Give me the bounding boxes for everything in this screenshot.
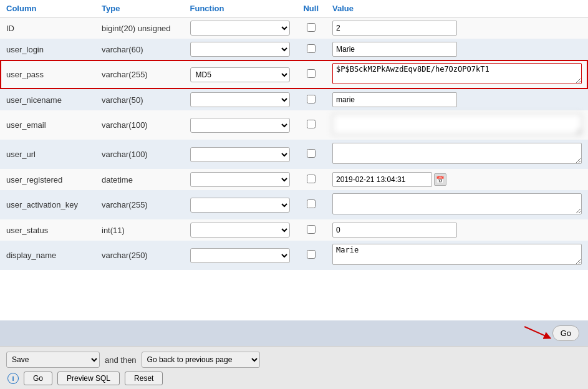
cell-function[interactable]: MD5AES_ENCRYPTAES_DECRYPTNOW()NULLCURREN… xyxy=(184,110,296,140)
null-checkbox[interactable] xyxy=(307,175,316,183)
cell-column: user_login xyxy=(0,39,95,60)
datetime-input[interactable] xyxy=(332,172,432,187)
value-textarea[interactable] xyxy=(332,193,582,214)
function-select[interactable]: MD5AES_ENCRYPTAES_DECRYPTNOW()NULLCURREN… xyxy=(190,42,290,57)
cell-column: user_status xyxy=(0,219,95,241)
cell-type: varchar(255) xyxy=(95,190,184,219)
table-row: IDbigint(20) unsignedMD5AES_ENCRYPTAES_D… xyxy=(0,17,588,39)
null-checkbox[interactable] xyxy=(307,250,316,259)
main-container: Column Type Function Null Value IDbigint… xyxy=(0,0,588,389)
cell-type: int(11) xyxy=(95,219,184,241)
and-then-label: and then xyxy=(105,355,137,365)
after-select[interactable]: Go back to previous pageShow all records… xyxy=(142,352,260,368)
function-select[interactable]: MD5AES_ENCRYPTAES_DECRYPTNOW()NULLCURREN… xyxy=(190,21,290,36)
info-icon[interactable]: i xyxy=(7,373,19,384)
calendar-icon[interactable]: 📅 xyxy=(434,173,446,186)
cell-type: bigint(20) unsigned xyxy=(95,17,184,39)
cell-function[interactable]: MD5AES_ENCRYPTAES_DECRYPTNOW()NULLCURREN… xyxy=(184,17,296,39)
reset-button[interactable]: Reset xyxy=(125,372,163,385)
table-row: user_urlvarchar(100)MD5AES_ENCRYPTAES_DE… xyxy=(0,140,588,169)
table-area: Column Type Function Null Value IDbigint… xyxy=(0,0,588,320)
table-row: user_nicenamevarchar(50)MD5AES_ENCRYPTAE… xyxy=(0,89,588,110)
header-null: Null xyxy=(296,0,327,17)
cell-value[interactable]: 📅 xyxy=(326,169,588,190)
null-checkbox[interactable] xyxy=(307,120,316,128)
table-row: user_passvarchar(255)MD5AES_ENCRYPTAES_D… xyxy=(0,60,588,89)
value-input[interactable] xyxy=(332,223,457,238)
null-checkbox[interactable] xyxy=(307,23,316,32)
value-input[interactable] xyxy=(332,21,457,36)
null-checkbox[interactable] xyxy=(307,199,316,208)
function-select[interactable]: MD5AES_ENCRYPTAES_DECRYPTNOW()NULLCURREN… xyxy=(190,198,290,213)
header-type: Type xyxy=(95,0,184,17)
cell-column: user_nicename xyxy=(0,89,95,110)
data-table: Column Type Function Null Value IDbigint… xyxy=(0,0,588,270)
cell-null[interactable] xyxy=(296,169,327,190)
value-textarea[interactable] xyxy=(332,113,582,135)
cell-function[interactable]: MD5AES_ENCRYPTAES_DECRYPTNOW()NULLCURREN… xyxy=(184,140,296,169)
function-select[interactable]: MD5AES_ENCRYPTAES_DECRYPTNOW()NULLCURREN… xyxy=(190,118,290,133)
null-checkbox[interactable] xyxy=(307,95,316,103)
cell-function[interactable]: MD5AES_ENCRYPTAES_DECRYPTNOW()NULLCURREN… xyxy=(184,60,296,89)
cell-value[interactable] xyxy=(326,89,588,110)
cell-value[interactable] xyxy=(326,39,588,60)
function-select[interactable]: MD5AES_ENCRYPTAES_DECRYPTNOW()NULLCURREN… xyxy=(190,67,290,82)
cell-value[interactable] xyxy=(326,60,588,89)
null-checkbox[interactable] xyxy=(307,69,316,78)
cell-function[interactable]: MD5AES_ENCRYPTAES_DECRYPTNOW()NULLCURREN… xyxy=(184,190,296,219)
cell-column: user_pass xyxy=(0,60,95,89)
cell-function[interactable]: MD5AES_ENCRYPTAES_DECRYPTNOW()NULLCURREN… xyxy=(184,39,296,60)
go-button-row: Go xyxy=(0,320,588,346)
cell-column: ID xyxy=(0,17,95,39)
value-input[interactable] xyxy=(332,92,457,107)
table-row: user_loginvarchar(60)MD5AES_ENCRYPTAES_D… xyxy=(0,39,588,60)
cell-value[interactable] xyxy=(326,190,588,219)
function-select[interactable]: MD5AES_ENCRYPTAES_DECRYPTNOW()NULLCURREN… xyxy=(190,248,290,263)
cell-value[interactable] xyxy=(326,140,588,169)
footer-go-button[interactable]: Go xyxy=(24,372,52,385)
footer-row2: i Go Preview SQL Reset xyxy=(6,372,582,385)
cell-function[interactable]: MD5AES_ENCRYPTAES_DECRYPTNOW()NULLCURREN… xyxy=(184,169,296,190)
cell-value[interactable] xyxy=(326,241,588,270)
cell-null[interactable] xyxy=(296,219,327,241)
function-select[interactable]: MD5AES_ENCRYPTAES_DECRYPTNOW()NULLCURREN… xyxy=(190,223,290,238)
cell-value[interactable] xyxy=(326,219,588,241)
cell-function[interactable]: MD5AES_ENCRYPTAES_DECRYPTNOW()NULLCURREN… xyxy=(184,89,296,110)
cell-value[interactable] xyxy=(326,110,588,140)
cell-null[interactable] xyxy=(296,60,327,89)
cell-null[interactable] xyxy=(296,17,327,39)
header-value: Value xyxy=(326,0,588,17)
value-input[interactable] xyxy=(332,42,457,57)
save-select[interactable]: SaveInsertDeleteUpdate xyxy=(6,352,100,368)
cell-type: datetime xyxy=(95,169,184,190)
cell-null[interactable] xyxy=(296,140,327,169)
function-select[interactable]: MD5AES_ENCRYPTAES_DECRYPTNOW()NULLCURREN… xyxy=(190,92,290,107)
null-checkbox[interactable] xyxy=(307,44,316,53)
cell-null[interactable] xyxy=(296,89,327,110)
cell-type: varchar(100) xyxy=(95,140,184,169)
function-select[interactable]: MD5AES_ENCRYPTAES_DECRYPTNOW()NULLCURREN… xyxy=(190,172,290,187)
cell-column: user_registered xyxy=(0,169,95,190)
cell-type: varchar(60) xyxy=(95,39,184,60)
function-select[interactable]: MD5AES_ENCRYPTAES_DECRYPTNOW()NULLCURREN… xyxy=(190,147,290,162)
cell-column: user_email xyxy=(0,110,95,140)
go-button-main[interactable]: Go xyxy=(552,325,579,341)
cell-null[interactable] xyxy=(296,190,327,219)
cell-type: varchar(255) xyxy=(95,60,184,89)
table-row: user_activation_keyvarchar(255)MD5AES_EN… xyxy=(0,190,588,219)
cell-null[interactable] xyxy=(296,241,327,270)
arrow-icon xyxy=(522,322,553,344)
cell-type: varchar(50) xyxy=(95,89,184,110)
value-textarea[interactable] xyxy=(332,143,582,164)
cell-function[interactable]: MD5AES_ENCRYPTAES_DECRYPTNOW()NULLCURREN… xyxy=(184,241,296,270)
null-checkbox[interactable] xyxy=(307,149,316,158)
null-checkbox[interactable] xyxy=(307,225,316,234)
value-textarea[interactable] xyxy=(332,63,582,84)
cell-null[interactable] xyxy=(296,39,327,60)
value-textarea[interactable] xyxy=(332,244,582,265)
cell-value[interactable] xyxy=(326,17,588,39)
cell-function[interactable]: MD5AES_ENCRYPTAES_DECRYPTNOW()NULLCURREN… xyxy=(184,219,296,241)
cell-null[interactable] xyxy=(296,110,327,140)
preview-sql-button[interactable]: Preview SQL xyxy=(57,372,120,385)
table-row: user_registereddatetimeMD5AES_ENCRYPTAES… xyxy=(0,169,588,190)
